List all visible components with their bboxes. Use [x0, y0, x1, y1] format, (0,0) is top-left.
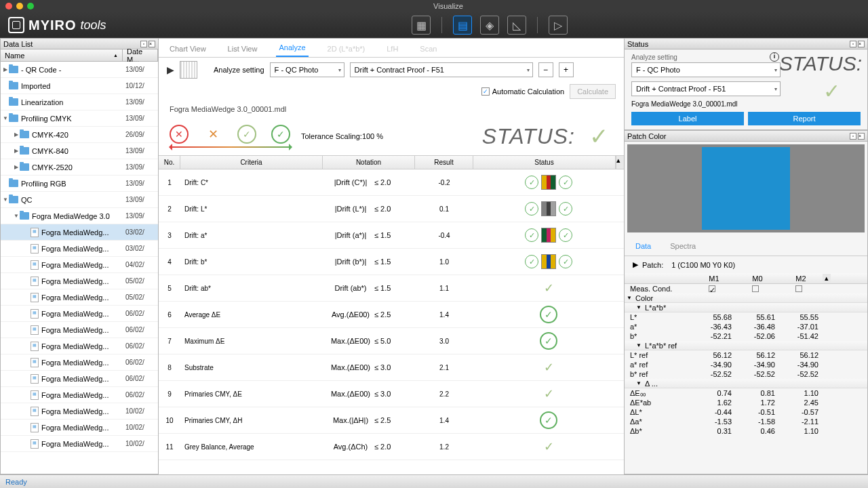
expander-icon[interactable] [2, 83, 9, 89]
tab-chart-view[interactable]: Chart View [167, 41, 209, 57]
tree-item[interactable]: Imported10/12/ [1, 78, 158, 94]
tree-item[interactable]: ▼Fogra MediaWedge 3.013/09/ [1, 208, 158, 224]
table-row[interactable]: 5Drift: ab*Drift (ab*)≤ 1.51.1✓ [159, 275, 624, 302]
panel-close-icon[interactable]: × [858, 41, 865, 47]
maximize-window-button[interactable] [27, 3, 34, 9]
tree-item[interactable]: Profiling RGB13/09/ [1, 176, 158, 192]
auto-calc-checkbox[interactable]: ✓ [481, 87, 490, 96]
col-criteria[interactable]: Criteria [180, 156, 323, 169]
table-row[interactable]: 7Maximum ΔEMax.(ΔE00)≤ 5.03.0✓ [159, 328, 624, 354]
expander-icon[interactable] [24, 441, 31, 447]
tree-item[interactable]: ▦Fogra MediaWedg...06/02/ [1, 354, 158, 371]
tab-analyze[interactable]: Analyze [276, 39, 308, 57]
expander-icon[interactable]: ▼ [2, 115, 9, 121]
checkbox[interactable]: ✓ [709, 285, 715, 292]
table-row[interactable]: 11Grey Balance, AverageAvg.(ΔCh)≤ 2.01.2… [159, 434, 624, 460]
tree-item[interactable]: ▶- QR Code -13/09/ [1, 62, 158, 78]
cube-tool-icon[interactable]: ◈ [480, 16, 499, 35]
tree-item[interactable]: Linearization13/09/ [1, 94, 158, 110]
table-row[interactable]: 10Primaries CMY, ΔHMax.(|ΔH|)≤ 2.51.4✓ [159, 407, 624, 434]
minimize-window-button[interactable] [16, 3, 23, 9]
tree-item[interactable]: ▼Profiling CMYK13/09/ [1, 110, 158, 127]
expander-icon[interactable]: ▶ [13, 164, 20, 170]
report-button[interactable]: Report [748, 112, 861, 125]
expander-icon[interactable]: ▶ [13, 131, 20, 138]
expander-icon[interactable] [24, 262, 31, 268]
calculate-button[interactable]: Calculate [570, 84, 616, 99]
checkbox[interactable] [795, 285, 802, 292]
expander-icon[interactable] [24, 278, 31, 284]
expander-icon[interactable] [24, 359, 31, 365]
expander-icon[interactable] [2, 180, 9, 186]
play-tool-icon[interactable]: ▷ [549, 16, 568, 35]
scrollbar-up-icon[interactable]: ▴ [616, 156, 624, 169]
tree-item[interactable]: ▦Fogra MediaWedg...03/02/ [1, 241, 158, 257]
col-notation[interactable]: Notation [323, 156, 415, 169]
expander-icon[interactable] [24, 392, 31, 398]
setting2-select[interactable]: Drift + Contract Proof - F51 [631, 81, 781, 96]
table-row[interactable]: 9Primaries CMY, ΔEMax.(ΔE00)≤ 3.02.2✓ [159, 381, 624, 407]
col-result[interactable]: Result [415, 156, 473, 169]
tab-list-view[interactable]: List View [225, 41, 260, 57]
setting1-select[interactable]: F - QC Photo [631, 62, 781, 77]
close-window-button[interactable] [5, 3, 12, 9]
checkbox[interactable] [752, 285, 759, 292]
tree-item[interactable]: ▦Fogra MediaWedg...05/02/ [1, 289, 158, 306]
minus-button[interactable]: − [538, 62, 553, 77]
measure-tool-icon[interactable]: ▤ [453, 16, 472, 35]
expand-icon[interactable]: ▶ [633, 260, 638, 269]
table-row[interactable]: 4Drift: b*|Drift (b*)|≤ 1.51.0✓✓ [159, 249, 624, 275]
expander-icon[interactable] [24, 245, 31, 251]
expander-icon[interactable] [24, 229, 31, 235]
expander-icon[interactable] [24, 294, 31, 300]
table-row[interactable]: 3Drift: a*|Drift (a*)|≤ 1.5-0.4✓✓ [159, 222, 624, 249]
expander-icon[interactable]: ▼ [2, 197, 9, 203]
table-row[interactable]: 2Drift: L*|Drift (L*)|≤ 2.00.1✓✓ [159, 196, 624, 222]
expander-icon[interactable]: ▼ [13, 213, 20, 219]
tree-item[interactable]: ▦Fogra MediaWedg...05/02/ [1, 273, 158, 289]
expander-icon[interactable] [24, 424, 31, 430]
tab-data[interactable]: Data [633, 238, 654, 256]
tree-item[interactable]: ▦Fogra MediaWedg...06/02/ [1, 371, 158, 387]
setting2-select[interactable]: Drift + Contract Proof - F51 [350, 62, 533, 77]
expander-icon[interactable] [2, 99, 9, 105]
info-icon[interactable]: i [770, 52, 779, 62]
file-tree[interactable]: ▶- QR Code -13/09/ Imported10/12/ Linear… [1, 62, 158, 474]
tree-item[interactable]: ▶CMYK-84013/09/ [1, 143, 158, 159]
tree-item[interactable]: ▶CMYK-42026/09/ [1, 127, 158, 143]
label-button[interactable]: Label [631, 112, 744, 125]
tab-spectra[interactable]: Spectra [667, 238, 698, 256]
expander-icon[interactable] [24, 408, 31, 414]
tree-item[interactable]: ▦Fogra MediaWedg...06/02/ [1, 322, 158, 338]
column-date[interactable]: Date M... [123, 49, 158, 61]
table-row[interactable]: 8SubstrateMax.(ΔE00)≤ 3.02.1✓ [159, 354, 624, 381]
setting1-select[interactable]: F - QC Photo [270, 62, 344, 77]
panel-min-icon[interactable]: ▫ [850, 41, 856, 47]
tree-item[interactable]: ▦Fogra MediaWedg...10/02/ [1, 436, 158, 452]
expander-icon[interactable]: ▶ [13, 148, 20, 154]
expander-icon[interactable] [24, 375, 31, 382]
plus-button[interactable]: + [559, 62, 574, 77]
tree-item[interactable]: ▦Fogra MediaWedg...10/02/ [1, 403, 158, 420]
tree-item[interactable]: ▶CMYK-252013/09/ [1, 159, 158, 176]
expander-icon[interactable] [24, 327, 31, 333]
panel-min-icon[interactable]: ▫ [140, 41, 147, 47]
play-icon[interactable]: ▶ [167, 64, 174, 75]
table-row[interactable]: 6Average ΔEAvg.(ΔE00)≤ 2.51.4✓ [159, 302, 624, 328]
chart-tool-icon[interactable]: ◺ [507, 16, 526, 35]
tree-item[interactable]: ▦Fogra MediaWedg...10/02/ [1, 420, 158, 436]
tree-item[interactable]: ▦Fogra MediaWedg...04/02/ [1, 257, 158, 273]
panel-close-icon[interactable]: × [149, 41, 155, 47]
chart-grid-icon[interactable] [180, 61, 197, 79]
panel-close-icon[interactable]: × [858, 133, 865, 140]
tree-item[interactable]: ▦Fogra MediaWedg...06/02/ [1, 338, 158, 354]
column-name[interactable]: Name▲ [1, 49, 123, 61]
tree-item[interactable]: ▦Fogra MediaWedg...06/02/ [1, 387, 158, 403]
table-row[interactable]: 1Drift: C*|Drift (C*)|≤ 2.0-0.2✓✓ [159, 169, 624, 196]
panel-min-icon[interactable]: ▫ [850, 133, 856, 140]
expander-icon[interactable] [24, 343, 31, 349]
tree-item[interactable]: ▦Fogra MediaWedg...03/02/ [1, 224, 158, 241]
tree-item[interactable]: ▼QC13/09/ [1, 192, 158, 208]
col-status[interactable]: Status [473, 156, 616, 169]
grid-tool-icon[interactable]: ▦ [412, 16, 431, 35]
